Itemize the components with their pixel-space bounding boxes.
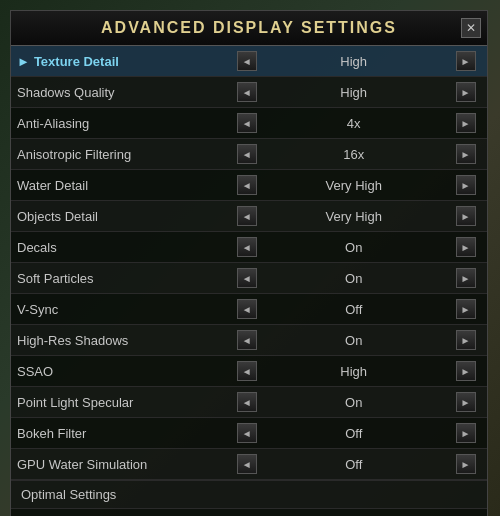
right-arrow-btn[interactable]: ► <box>444 325 487 356</box>
settings-row: Shadows Quality◄High► <box>11 77 487 108</box>
setting-value: High <box>263 77 444 108</box>
left-nav-icon[interactable]: ◄ <box>237 299 257 319</box>
right-arrow-btn[interactable]: ► <box>444 356 487 387</box>
right-nav-icon[interactable]: ► <box>456 423 476 443</box>
setting-value: On <box>263 325 444 356</box>
setting-value: Off <box>263 449 444 480</box>
settings-table: ►Texture Detail◄High►Shadows Quality◄Hig… <box>11 46 487 516</box>
setting-value: Off <box>263 418 444 449</box>
right-arrow-btn[interactable]: ► <box>444 170 487 201</box>
setting-label: Shadows Quality <box>11 77 230 108</box>
left-arrow-btn[interactable]: ◄ <box>230 449 263 480</box>
left-nav-icon[interactable]: ◄ <box>237 144 257 164</box>
left-nav-icon[interactable]: ◄ <box>237 206 257 226</box>
setting-value: On <box>263 387 444 418</box>
right-arrow-btn[interactable]: ► <box>444 77 487 108</box>
setting-value: 4x <box>263 108 444 139</box>
left-arrow-btn[interactable]: ◄ <box>230 77 263 108</box>
right-nav-icon[interactable]: ► <box>456 82 476 102</box>
setting-label: GPU Water Simulation <box>11 449 230 480</box>
left-nav-icon[interactable]: ◄ <box>237 175 257 195</box>
right-arrow-btn[interactable]: ► <box>444 387 487 418</box>
right-nav-icon[interactable]: ► <box>456 206 476 226</box>
setting-value: On <box>263 232 444 263</box>
setting-label: High-Res Shadows <box>11 325 230 356</box>
right-arrow-btn[interactable]: ► <box>444 108 487 139</box>
setting-label: Water Detail <box>11 170 230 201</box>
left-arrow-btn[interactable]: ◄ <box>230 201 263 232</box>
left-nav-icon[interactable]: ◄ <box>237 237 257 257</box>
optimal-settings-label[interactable]: Optimal Settings <box>11 481 487 509</box>
settings-panel: ADVANCED DISPLAY SETTINGS ✕ ►Texture Det… <box>10 10 488 516</box>
left-arrow-btn[interactable]: ◄ <box>230 325 263 356</box>
settings-row: High-Res Shadows◄On► <box>11 325 487 356</box>
left-nav-icon[interactable]: ◄ <box>237 82 257 102</box>
right-nav-icon[interactable]: ► <box>456 361 476 381</box>
setting-label: Soft Particles <box>11 263 230 294</box>
left-arrow-btn[interactable]: ◄ <box>230 139 263 170</box>
right-nav-icon[interactable]: ► <box>456 51 476 71</box>
left-arrow-btn[interactable]: ◄ <box>230 263 263 294</box>
right-nav-icon[interactable]: ► <box>456 454 476 474</box>
right-arrow-btn[interactable]: ► <box>444 418 487 449</box>
close-button[interactable]: ✕ <box>461 18 481 38</box>
right-nav-icon[interactable]: ► <box>456 113 476 133</box>
right-arrow-btn[interactable]: ► <box>444 46 487 77</box>
left-arrow-btn[interactable]: ◄ <box>230 46 263 77</box>
left-arrow-btn[interactable]: ◄ <box>230 170 263 201</box>
setting-label: ►Texture Detail <box>11 46 230 77</box>
settings-row: Objects Detail◄Very High► <box>11 201 487 232</box>
settings-row: Point Light Specular◄On► <box>11 387 487 418</box>
setting-value: High <box>263 356 444 387</box>
setting-value: High <box>263 46 444 77</box>
setting-label: Anisotropic Filtering <box>11 139 230 170</box>
left-arrow-btn[interactable]: ◄ <box>230 356 263 387</box>
left-nav-icon[interactable]: ◄ <box>237 392 257 412</box>
setting-label: V-Sync <box>11 294 230 325</box>
settings-row: Decals◄On► <box>11 232 487 263</box>
right-nav-icon[interactable]: ► <box>456 299 476 319</box>
left-arrow-btn[interactable]: ◄ <box>230 232 263 263</box>
right-arrow-btn[interactable]: ► <box>444 232 487 263</box>
setting-value: 16x <box>263 139 444 170</box>
left-arrow-btn[interactable]: ◄ <box>230 108 263 139</box>
settings-row: GPU Water Simulation◄Off► <box>11 449 487 480</box>
left-nav-icon[interactable]: ◄ <box>237 423 257 443</box>
setting-value: Very High <box>263 170 444 201</box>
setting-value: Off <box>263 294 444 325</box>
setting-value: Very High <box>263 201 444 232</box>
setting-label: Decals <box>11 232 230 263</box>
right-nav-icon[interactable]: ► <box>456 268 476 288</box>
left-nav-icon[interactable]: ◄ <box>237 454 257 474</box>
right-arrow-btn[interactable]: ► <box>444 139 487 170</box>
setting-label: Anti-Aliasing <box>11 108 230 139</box>
left-nav-icon[interactable]: ◄ <box>237 51 257 71</box>
left-arrow-btn[interactable]: ◄ <box>230 294 263 325</box>
panel-title: ADVANCED DISPLAY SETTINGS <box>101 19 397 36</box>
setting-label: Objects Detail <box>11 201 230 232</box>
right-nav-icon[interactable]: ► <box>456 392 476 412</box>
left-nav-icon[interactable]: ◄ <box>237 268 257 288</box>
left-nav-icon[interactable]: ◄ <box>237 361 257 381</box>
settings-row: Water Detail◄Very High► <box>11 170 487 201</box>
right-nav-icon[interactable]: ► <box>456 144 476 164</box>
panel-header: ADVANCED DISPLAY SETTINGS ✕ <box>11 11 487 46</box>
left-arrow-btn[interactable]: ◄ <box>230 387 263 418</box>
left-arrow-btn[interactable]: ◄ <box>230 418 263 449</box>
settings-row: Anti-Aliasing◄4x► <box>11 108 487 139</box>
settings-row: V-Sync◄Off► <box>11 294 487 325</box>
right-arrow-btn[interactable]: ► <box>444 201 487 232</box>
left-nav-icon[interactable]: ◄ <box>237 113 257 133</box>
right-arrow-btn[interactable]: ► <box>444 449 487 480</box>
set-default-row[interactable]: Set to Default <box>11 509 487 517</box>
right-arrow-btn[interactable]: ► <box>444 263 487 294</box>
left-nav-icon[interactable]: ◄ <box>237 330 257 350</box>
setting-label: SSAO <box>11 356 230 387</box>
set-default-label[interactable]: Set to Default <box>11 509 487 517</box>
right-nav-icon[interactable]: ► <box>456 330 476 350</box>
setting-label: Point Light Specular <box>11 387 230 418</box>
optimal-settings-row[interactable]: Optimal Settings <box>11 481 487 509</box>
right-arrow-btn[interactable]: ► <box>444 294 487 325</box>
right-nav-icon[interactable]: ► <box>456 237 476 257</box>
right-nav-icon[interactable]: ► <box>456 175 476 195</box>
